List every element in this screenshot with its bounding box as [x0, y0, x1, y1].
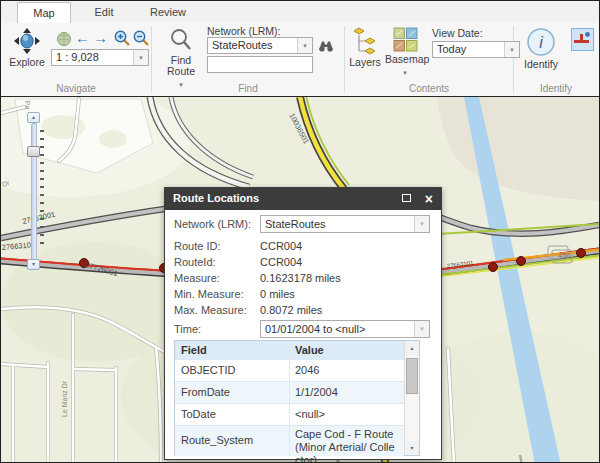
- cell-field: Route_System: [181, 434, 253, 446]
- network-lrm-value: StateRoutes: [208, 38, 297, 53]
- forward-arrow-icon: →: [93, 29, 108, 46]
- slider-thumb[interactable]: [27, 146, 40, 157]
- ribbon-tab-bar: Map Edit Review: [1, 1, 599, 24]
- time-combobox[interactable]: 01/01/2004 to <null> ▾: [260, 320, 430, 338]
- slider-tick-marks: [40, 130, 44, 248]
- binoculars-icon: [318, 42, 334, 54]
- network-lrm-label: Network (LRM):: [207, 25, 281, 37]
- measure-value: 0.1623178 miles: [260, 272, 341, 284]
- basemap-label: Basemap: [385, 54, 425, 65]
- navigate-group-label: Navigate: [1, 83, 151, 94]
- map-scale-combobox[interactable]: 1 : 9,028 ▾: [51, 49, 149, 66]
- svg-text:i: i: [539, 34, 543, 51]
- max-measure-value: 0.8072 miles: [260, 304, 322, 316]
- cell-value: <null>: [295, 408, 400, 421]
- network-lrm-combobox[interactable]: StateRoutes ▾: [207, 37, 313, 54]
- identify-label: Identify: [519, 59, 563, 70]
- landuse-patch: [99, 130, 127, 148]
- time-value: 01/01/2004 to <null>: [261, 322, 414, 337]
- application-window: Map Edit Review Explore: [0, 0, 600, 463]
- slider-zoom-in-button[interactable]: ▴: [27, 112, 40, 123]
- time-label: Time:: [174, 323, 201, 335]
- map-zoom-slider: ▴ ▾: [27, 112, 45, 272]
- zoom-in-button[interactable]: [113, 29, 131, 49]
- min-measure-label: Min. Measure:: [174, 288, 244, 300]
- zoom-in-icon: [113, 37, 131, 49]
- maximize-icon[interactable]: [402, 194, 411, 202]
- map-scale-value: 1 : 9,028: [52, 50, 133, 65]
- chevron-down-icon[interactable]: ▾: [414, 321, 429, 337]
- dialog-network-label: Network (LRM):: [174, 218, 251, 230]
- cell-value: 2046: [295, 364, 400, 377]
- group-separator: [151, 26, 152, 93]
- field-column-header: Field: [181, 344, 207, 356]
- explore-button[interactable]: Explore: [5, 27, 49, 68]
- cell-value: 1/1/2004: [295, 386, 400, 399]
- basemap-button[interactable]: Basemap ▾: [385, 27, 425, 77]
- identify-button[interactable]: i Identify: [519, 27, 563, 70]
- full-extent-button[interactable]: [56, 31, 72, 49]
- find-route-button[interactable]: Find Route ▾: [159, 27, 203, 89]
- slider-zoom-out-button[interactable]: ▾: [27, 259, 40, 270]
- routeid-value: CCR004: [260, 256, 302, 268]
- ribbon: Explore ← →: [1, 23, 599, 96]
- column-divider: [289, 341, 290, 360]
- table-row[interactable]: Route_System Cape Cod - F Route (Minor A…: [175, 426, 404, 456]
- street-label: Pa: [24, 101, 31, 110]
- identify-group-label: Identify: [513, 83, 599, 94]
- scroll-down-icon[interactable]: ▾: [405, 441, 419, 455]
- dialog-title-bar[interactable]: Route Locations ×: [165, 188, 441, 210]
- table-header-row: Field Value: [175, 341, 404, 361]
- shield-label: 450: [558, 251, 571, 260]
- contents-group-label: Contents: [345, 83, 513, 94]
- cell-field: OBJECTID: [181, 364, 235, 376]
- identify-route-locations-tool[interactable]: [571, 28, 594, 51]
- table-scrollbar[interactable]: ▴ ▾: [404, 341, 419, 455]
- zoom-out-icon: [132, 37, 150, 49]
- scrollbar-thumb[interactable]: [406, 358, 418, 394]
- min-measure-value: 0 miles: [260, 288, 295, 300]
- chevron-down-icon[interactable]: ▾: [504, 42, 519, 57]
- view-date-value: Today: [433, 42, 504, 57]
- forward-arrow-button[interactable]: →: [93, 29, 108, 46]
- max-measure-label: Max. Measure:: [174, 304, 247, 316]
- back-arrow-icon: ←: [75, 29, 90, 46]
- measure-label: Measure:: [174, 272, 220, 284]
- scroll-up-icon[interactable]: ▴: [405, 341, 419, 355]
- chevron-down-icon[interactable]: ▾: [414, 216, 429, 232]
- search-network-button[interactable]: [318, 38, 334, 54]
- attribute-table: Field Value OBJECTID 2046 FromDate 1/1/2…: [174, 340, 420, 456]
- map-canvas[interactable]: 450 27663001 27663101 27726001 10036501 …: [1, 96, 599, 463]
- route-locations-tool-icon: [572, 36, 593, 53]
- chevron-down-icon[interactable]: ▾: [297, 38, 312, 53]
- column-divider: [289, 426, 290, 456]
- table-row[interactable]: ToDate <null>: [175, 404, 404, 426]
- slider-track[interactable]: [31, 123, 37, 261]
- chevron-down-icon: ▾: [403, 69, 407, 76]
- layers-button[interactable]: Layers: [348, 27, 382, 68]
- tab-review[interactable]: Review: [141, 3, 195, 22]
- routeid-label: RouteId:: [174, 256, 216, 268]
- tab-edit[interactable]: Edit: [83, 3, 125, 22]
- dialog-body: Network (LRM): StateRoutes ▾ Route ID: C…: [165, 210, 441, 459]
- dialog-network-combobox[interactable]: StateRoutes ▾: [260, 215, 430, 233]
- column-divider: [289, 360, 290, 381]
- street-label: Le Manz Dr: [61, 380, 68, 417]
- cell-value: Cape Cod - F Route (Minor Arterial/ Coll…: [295, 428, 400, 463]
- route-id-value: CCR004: [260, 240, 302, 252]
- find-route-label-line2: Route: [159, 66, 203, 77]
- chevron-down-icon[interactable]: ▾: [133, 50, 148, 65]
- close-icon[interactable]: ×: [425, 190, 433, 208]
- layers-label: Layers: [348, 57, 382, 68]
- find-route-value-field[interactable]: [207, 56, 313, 73]
- view-date-combobox[interactable]: Today ▾: [432, 41, 520, 58]
- cell-field: ToDate: [181, 408, 216, 420]
- view-date-label: View Date:: [432, 27, 483, 39]
- cell-field: FromDate: [181, 386, 230, 398]
- back-arrow-button[interactable]: ←: [75, 29, 90, 46]
- tab-map[interactable]: Map: [17, 2, 71, 24]
- table-row[interactable]: OBJECTID 2046: [175, 360, 404, 382]
- zoom-out-button[interactable]: [132, 29, 150, 49]
- table-row[interactable]: FromDate 1/1/2004: [175, 382, 404, 404]
- globe-icon: [56, 37, 72, 49]
